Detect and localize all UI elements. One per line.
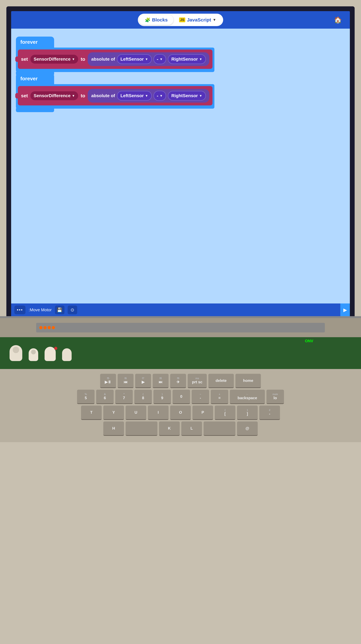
js-icon: JS — [179, 18, 185, 22]
key-7[interactable]: *7 — [115, 390, 133, 404]
left-sensor-dropdown-2[interactable]: LeftSensor ▼ — [117, 91, 152, 100]
key-numlock[interactable]: numlo — [266, 390, 284, 404]
keyboard: f5▶⏸ f6⏮ f7▶ f8⏭ f9✈ msprt sc delete hom… — [0, 369, 361, 442]
key-equals[interactable]: += — [211, 390, 228, 404]
key-f6[interactable]: f6⏮ — [118, 374, 134, 388]
run-icon: ▶ — [343, 307, 347, 313]
block-group-1: forever set SensorDifference — [16, 36, 214, 76]
variable-arrow-1: ▼ — [72, 58, 75, 61]
absolute-block-1: absolute of LeftSensor ▼ - — [88, 52, 209, 66]
laptop-keyboard-area: ONV f5▶⏸ f6⏮ f7▶ f8⏭ f9✈ msprt sc delete — [0, 318, 361, 644]
screen-bezel: 🧩 Blocks JS JavaScript ▼ 🏠 — [6, 6, 355, 316]
num-key-row: %5 &6 *7 (8 )9 0 −- += ←backspace numlo — [3, 390, 358, 404]
operator-label-1: - — [157, 56, 158, 62]
absolute-label-2: absolute of — [91, 93, 115, 98]
forever-block-2: forever set SensorDifference ▼ — [16, 73, 214, 112]
key-f9[interactable]: f9✈ — [170, 374, 186, 388]
key-minus[interactable]: −- — [192, 390, 209, 404]
key-prtsc[interactable]: msprt sc — [188, 374, 207, 388]
left-sensor-label-2: LeftSensor — [121, 93, 144, 98]
js-dropdown-arrow: ▼ — [213, 18, 216, 22]
key-home[interactable]: home — [235, 374, 261, 388]
key-backspace[interactable]: ←backspace — [230, 390, 265, 404]
mid-letter-row: H K L @ — [3, 422, 358, 436]
key-t[interactable]: T — [81, 406, 102, 420]
dots-icon: ••• — [17, 307, 23, 312]
nav-tabs: 🧩 Blocks JS JavaScript ▼ — [138, 14, 223, 26]
left-sensor-arrow-2: ▼ — [145, 94, 148, 98]
key-at[interactable]: @ — [237, 422, 258, 436]
home-button[interactable]: 🏠 — [332, 14, 343, 26]
fn-key-row: f5▶⏸ f6⏮ f7▶ f8⏭ f9✈ msprt sc delete hom… — [3, 374, 358, 388]
key-f8[interactable]: f8⏭ — [153, 374, 169, 388]
variable-name-2: SensorDifference — [34, 93, 71, 98]
key-y[interactable]: Y — [103, 406, 124, 420]
js-label: JavaScript — [187, 17, 211, 22]
components-strip: ONV — [0, 337, 361, 369]
key-bracket-close[interactable]: }] — [237, 406, 258, 420]
tab-javascript[interactable]: JS JavaScript ▼ — [173, 15, 222, 25]
operator-dropdown-2[interactable]: - ▼ — [154, 91, 166, 101]
variable-arrow-2: ▼ — [72, 94, 75, 98]
right-sensor-label-2: RightSensor — [171, 93, 198, 98]
bottom-toolbar: ••• :Move Motor 💾 ⊙ ▶ — [11, 304, 350, 316]
key-space2[interactable] — [204, 422, 235, 436]
key-o[interactable]: O — [170, 406, 191, 420]
tab-blocks[interactable]: 🧩 Blocks — [139, 15, 173, 25]
operator-dropdown-1[interactable]: - ▼ — [154, 54, 166, 64]
key-f7[interactable]: f7▶ — [135, 374, 151, 388]
key-6[interactable]: &6 — [96, 390, 114, 404]
hinge-area — [0, 318, 361, 337]
key-5[interactable]: %5 — [77, 390, 95, 404]
right-sensor-dropdown-1[interactable]: RightSensor ▼ — [168, 54, 206, 64]
key-k[interactable]: K — [159, 422, 180, 436]
project-name-label: :Move Motor — [29, 308, 52, 312]
save-icon: 💾 — [57, 307, 62, 312]
right-sensor-dropdown-2[interactable]: RightSensor ▼ — [168, 91, 206, 100]
nav-bar: 🧩 Blocks JS JavaScript ▼ 🏠 — [11, 11, 350, 29]
to-label-2: to — [81, 93, 85, 98]
key-space1[interactable] — [126, 422, 157, 436]
right-sensor-arrow-2: ▼ — [199, 94, 202, 98]
sensor-difference-dropdown-2[interactable]: SensorDifference ▼ — [31, 91, 78, 100]
set-block-1: set SensorDifference ▼ to absolute of — [18, 50, 212, 69]
key-l[interactable]: L — [181, 422, 202, 436]
operator-arrow-2: ▼ — [160, 94, 163, 98]
key-8[interactable]: (8 — [134, 390, 152, 404]
key-bracket-open[interactable]: {[ — [215, 406, 235, 420]
left-sensor-arrow-1: ▼ — [145, 58, 148, 61]
absolute-label-1: absolute of — [91, 56, 115, 62]
right-sensor-label-1: RightSensor — [171, 56, 198, 62]
github-icon: ⊙ — [71, 307, 74, 312]
key-h[interactable]: H — [103, 422, 124, 436]
key-p[interactable]: P — [192, 406, 213, 420]
forever-label-1: forever — [20, 39, 38, 45]
set-label-1: set — [21, 56, 28, 62]
dots-button[interactable]: ••• — [14, 306, 26, 314]
key-9[interactable]: )9 — [153, 390, 171, 404]
key-i[interactable]: I — [148, 406, 169, 420]
key-f5[interactable]: f5▶⏸ — [100, 374, 116, 388]
absolute-block-2: absolute of LeftSensor ▼ - ▼ — [88, 89, 209, 102]
github-button[interactable]: ⊙ — [68, 306, 77, 314]
workspace: forever set SensorDifference — [11, 29, 350, 304]
laptop-screen-area: ||| 🧩 Blocks JS JavaScript ▼ — [0, 0, 361, 318]
right-sensor-arrow-1: ▼ — [199, 58, 202, 61]
home-icon: 🏠 — [334, 16, 342, 24]
key-u[interactable]: U — [126, 406, 146, 420]
figurines-area — [0, 342, 81, 364]
key-hash[interactable]: #- — [259, 406, 280, 420]
sensor-difference-dropdown-1[interactable]: SensorDifference ▼ — [31, 55, 78, 64]
key-delete[interactable]: delete — [208, 374, 234, 388]
key-0[interactable]: 0 — [173, 390, 190, 404]
to-label-1: to — [81, 56, 85, 62]
set-block-2: set SensorDifference ▼ to absolute of — [18, 86, 212, 106]
screen-content: 🧩 Blocks JS JavaScript ▼ 🏠 — [11, 11, 350, 316]
run-button[interactable]: ▶ — [340, 304, 350, 316]
blocks-label: Blocks — [152, 17, 168, 22]
save-button[interactable]: 💾 — [55, 306, 65, 314]
set-label-2: set — [21, 93, 28, 98]
forever-label-2: forever — [20, 76, 38, 82]
left-sensor-dropdown-1[interactable]: LeftSensor ▼ — [117, 54, 152, 64]
onv-label: ONV — [305, 339, 313, 343]
